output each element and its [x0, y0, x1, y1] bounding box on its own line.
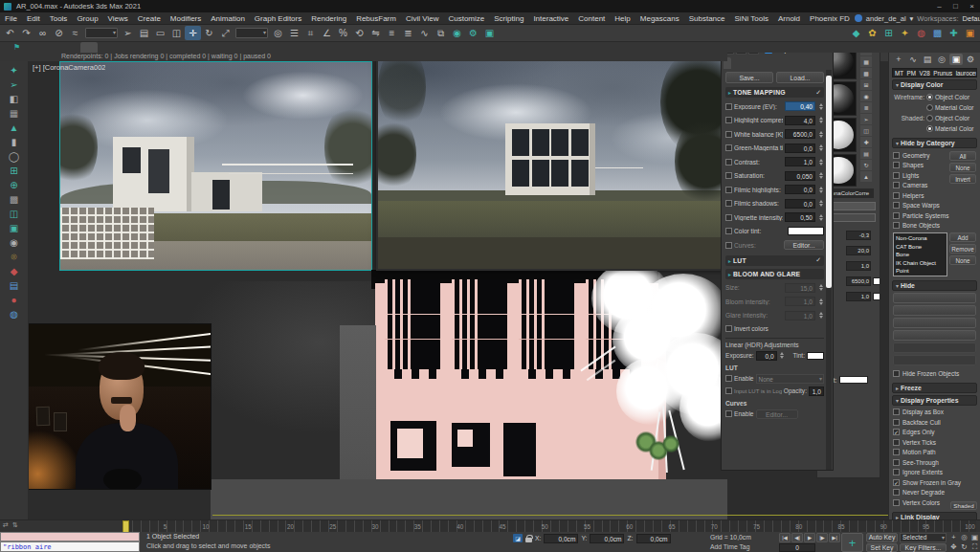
checkbox[interactable]: [725, 144, 732, 151]
orbit-icon[interactable]: ↻: [959, 542, 969, 552]
menu-item[interactable]: Customize: [443, 12, 489, 25]
value-field[interactable]: 0,40: [785, 101, 815, 111]
value-field[interactable]: 1,0: [809, 386, 824, 396]
tonemap-row[interactable]: Exposure (EV): 0,40 0,40: [725, 99, 824, 114]
previous-frame-button[interactable]: ◀|: [791, 533, 803, 542]
maximize-viewport-icon[interactable]: ⛶: [969, 542, 980, 552]
railclone-icon[interactable]: ⊞: [880, 26, 897, 40]
curve-editor-icon[interactable]: ∿: [416, 26, 433, 40]
snap-toggle-icon[interactable]: ⌗: [302, 26, 319, 40]
checkbox[interactable]: [725, 131, 732, 138]
value-field[interactable]: 0,0: [785, 185, 815, 194]
checkbox[interactable]: [725, 410, 732, 417]
photo-tool-icon[interactable]: ▩: [5, 192, 24, 207]
spinner[interactable]: [817, 214, 824, 221]
tonemap-row[interactable]: White balance [K]: 6500,0 6500,0: [725, 127, 824, 142]
vertex-colors-shaded-button[interactable]: Shaded: [950, 501, 977, 510]
checkbox[interactable]: [893, 459, 900, 466]
select-by-name-icon[interactable]: ▤: [136, 26, 152, 40]
panel-scrollbar[interactable]: [826, 70, 832, 470]
menu-item[interactable]: Views: [103, 12, 133, 25]
display-property-row[interactable]: Show Frozen in Gray: [893, 477, 976, 488]
auto-key-button[interactable]: Auto Key: [866, 533, 898, 542]
spinner[interactable]: [817, 103, 824, 110]
viewport-label[interactable]: [+] [CoronaCamera002]: [33, 63, 105, 72]
spinner[interactable]: [817, 200, 824, 207]
category-button[interactable]: All: [949, 151, 976, 161]
rollout-header[interactable]: ▾ Display Properties: [892, 395, 977, 406]
section-check[interactable]: ✓: [815, 256, 821, 264]
spinner[interactable]: [817, 144, 824, 151]
me-reset-icon[interactable]: ↻: [860, 160, 872, 170]
checkbox[interactable]: [725, 172, 732, 179]
list-item[interactable]: CAT Bone: [896, 243, 945, 252]
value-field[interactable]: 1,0: [785, 297, 815, 306]
menu-item[interactable]: Animation: [206, 12, 250, 25]
corona-vfb-window[interactable]: Corona 6 (Hotfix 2) | 798×449px (1:1) | …: [376, 29, 724, 271]
checkbox[interactable]: [893, 419, 900, 426]
dropdown-box[interactable]: [85, 28, 118, 38]
use-center-icon[interactable]: ◎: [270, 26, 286, 40]
value-field[interactable]: 6500,0: [785, 129, 815, 139]
category-listbox[interactable]: Non-CoronaCAT BoneBoneIK Chain ObjectPoi…: [893, 232, 947, 276]
list-button[interactable]: Add: [949, 232, 976, 242]
bulb-tool-icon[interactable]: ⌾: [5, 250, 24, 264]
category-button[interactable]: Invert: [949, 174, 976, 184]
checkbox[interactable]: [893, 370, 900, 377]
redo-icon[interactable]: ↷: [18, 26, 34, 40]
category-checkbox-row[interactable]: Particle Systems: [893, 210, 949, 221]
checkbox[interactable]: [725, 159, 732, 166]
value-field[interactable]: 0,0: [756, 351, 777, 361]
section-check[interactable]: ✓: [815, 89, 821, 97]
me-pick-icon[interactable]: ✚: [860, 137, 872, 147]
menu-item[interactable]: Help: [610, 12, 635, 25]
checkbox[interactable]: [893, 182, 900, 188]
next-frame-button[interactable]: |▶: [816, 533, 828, 542]
render-teapot-icon[interactable]: ▣: [962, 26, 978, 40]
ribbon-tab[interactable]: [149, 42, 167, 53]
hide-button[interactable]: [893, 318, 976, 328]
spinner[interactable]: [817, 159, 824, 166]
display-tab-icon[interactable]: ▣: [949, 54, 963, 65]
utilities-tab-icon[interactable]: ⚙: [964, 54, 977, 65]
pan-icon[interactable]: ✥: [948, 542, 959, 552]
select-and-scale-icon[interactable]: ⤢: [217, 26, 234, 40]
me-go-parent-icon[interactable]: ▲: [860, 171, 872, 182]
checkbox[interactable]: [893, 212, 900, 219]
selection-region-icon[interactable]: ▭: [152, 26, 168, 40]
rollout-header[interactable]: ▾ Hide: [892, 280, 977, 291]
checkbox[interactable]: [725, 242, 732, 249]
tone-mapping-header[interactable]: ▸ TONE MAPPING ✓: [725, 87, 824, 98]
disc-tool-icon[interactable]: ◍: [5, 307, 24, 321]
radio-button[interactable]: [926, 104, 933, 111]
object-name-field[interactable]: MT_PM_V28_Prunus_laurocerasus_l: [892, 68, 977, 77]
checkbox[interactable]: [893, 222, 900, 229]
menu-item[interactable]: Megascans: [635, 12, 684, 25]
me-video-color-icon[interactable]: ◉: [860, 91, 872, 101]
display-property-row[interactable]: Display as Box: [893, 408, 976, 418]
radio-button[interactable]: [926, 94, 933, 100]
create-key-button[interactable]: +: [841, 533, 863, 552]
ribbon-tab[interactable]: [167, 42, 184, 53]
create-tab-icon[interactable]: +: [892, 54, 905, 65]
bloom-row[interactable]: Size: 15,0: [725, 281, 824, 296]
bloom-row[interactable]: Bloom intensity: 1,0: [725, 295, 824, 309]
zoom-icon[interactable]: +: [948, 532, 959, 542]
hierarchy-tab-icon[interactable]: ▤: [921, 54, 934, 65]
category-checkbox-row[interactable]: Cameras: [893, 181, 949, 191]
hide-button[interactable]: [893, 355, 976, 365]
tonemap-row[interactable]: Highlight compress.: 4,0 4,0: [725, 114, 824, 128]
checkbox[interactable]: [725, 375, 732, 382]
value-field[interactable]: 4,0: [785, 116, 815, 125]
menu-item[interactable]: Phoenix FD: [805, 12, 855, 25]
vfb-panel-tab[interactable]: [758, 57, 766, 69]
cursor-tool-icon[interactable]: ➢: [5, 77, 24, 92]
modify-tab-icon[interactable]: ∿: [906, 54, 920, 65]
go-to-end-button[interactable]: ▶|: [829, 533, 840, 542]
add-time-tag[interactable]: Add Time Tag: [710, 543, 749, 550]
menu-item[interactable]: Graph Editors: [250, 12, 306, 25]
tonemap-row[interactable]: Filmic shadows: 0,0 0,0: [725, 197, 824, 211]
schematic-view-icon[interactable]: ⧉: [433, 26, 449, 40]
tonemap-row[interactable]: Filmic highlights: 0,0 0,0: [725, 183, 824, 197]
checkbox[interactable]: [725, 117, 732, 123]
